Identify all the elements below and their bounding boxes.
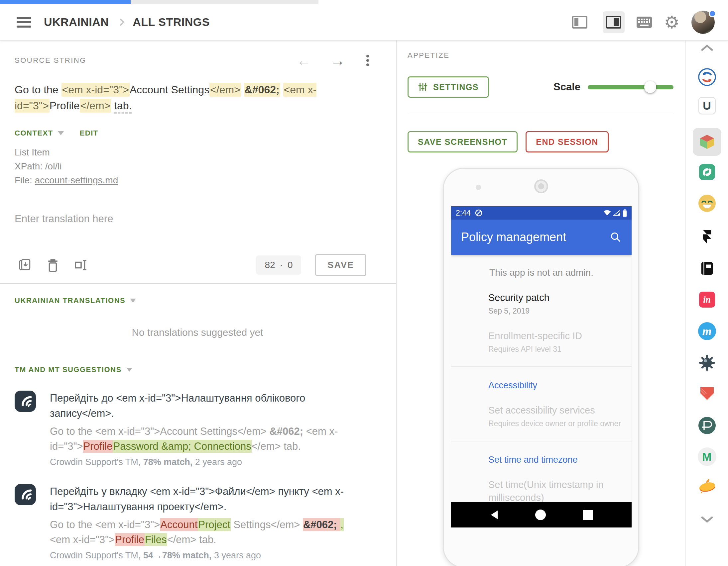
context-toggle[interactable]: CONTEXT xyxy=(15,129,53,138)
notebook-icon[interactable] xyxy=(699,261,715,276)
admin-note: This app is not an admin. xyxy=(451,268,632,278)
signal-icon xyxy=(613,210,620,216)
insert-placeholder-button[interactable] xyxy=(74,258,88,272)
translation-input[interactable]: Enter translation here xyxy=(15,213,380,225)
panel-right-icon xyxy=(606,16,621,29)
framer-icon[interactable] xyxy=(701,229,713,245)
back-button[interactable] xyxy=(490,510,498,520)
red-arrow-icon[interactable] xyxy=(699,386,715,400)
appetize-heading: APPETIZE xyxy=(408,51,673,60)
green-link-icon[interactable] xyxy=(699,164,715,180)
u-letter-icon[interactable]: U xyxy=(698,97,716,114)
tm-suggestion-1[interactable]: Перейдіть до <em x-id="3">Налаштування о… xyxy=(15,391,380,467)
chevron-up-icon[interactable] xyxy=(701,44,713,52)
source-string-text: Go to the <em x-id="3">Account Settings<… xyxy=(15,82,379,114)
gear-icon[interactable]: ⚙ xyxy=(664,14,679,31)
file-label: File: xyxy=(15,175,32,185)
scale-slider[interactable] xyxy=(588,85,673,89)
device-screen[interactable]: 2:44 Policy management This app is xyxy=(451,206,632,527)
suggestion-source-diff: Go to the <em x-id="3">Account Settings<… xyxy=(50,424,362,454)
menu-icon[interactable] xyxy=(17,15,31,30)
file-link[interactable]: account-settings.md xyxy=(35,175,118,185)
suggestion-meta: Crowdin Support's TM, 54→78% match, 3 ye… xyxy=(50,550,362,561)
breadcrumb-language[interactable]: UKRAINIAN xyxy=(44,16,109,29)
no-translations-message: No translations suggested yet xyxy=(15,327,380,338)
comfortable-view-button[interactable] xyxy=(603,11,625,33)
copy-source-icon xyxy=(18,258,32,272)
recents-button[interactable] xyxy=(583,510,593,520)
speaker-icon xyxy=(534,179,548,193)
section-time-timezone: Set time and timezone xyxy=(488,455,626,465)
translations-section-toggle[interactable]: UKRAINIAN TRANSLATIONS xyxy=(15,296,380,305)
more-options-button[interactable] xyxy=(364,53,371,68)
chevron-right-icon xyxy=(117,18,125,26)
medium-icon[interactable]: M xyxy=(698,447,716,466)
suggestion-translation: Перейдіть у вкладку <em x-id="3">Файли</… xyxy=(50,484,362,514)
progress-fill xyxy=(0,0,131,4)
cube-icon[interactable] xyxy=(699,134,715,150)
home-button[interactable] xyxy=(535,509,546,520)
p-circle-icon[interactable] xyxy=(698,416,716,435)
clear-translation-button[interactable] xyxy=(47,258,59,272)
android-nav-bar xyxy=(451,502,632,527)
list-item-security-patch[interactable]: Security patch Sep 5, 2019 xyxy=(488,291,626,316)
chevron-down-icon xyxy=(130,298,136,302)
next-string-button[interactable]: → xyxy=(330,53,345,68)
breadcrumb-file-filter[interactable]: ALL STRINGS xyxy=(133,16,210,29)
android-beta-icon xyxy=(475,209,483,217)
app-bar: Policy management xyxy=(451,220,632,255)
text-cursor-icon xyxy=(74,258,88,272)
invision-icon[interactable]: in xyxy=(699,291,715,307)
translation-editor-panel: SOURCE STRING ← → Go to the <em x-id="3"… xyxy=(0,41,397,566)
mine-icon[interactable] xyxy=(698,354,716,372)
tm-heading: TM AND MT SUGGESTIONS xyxy=(15,365,122,374)
end-session-button[interactable]: END SESSION xyxy=(526,131,608,153)
appetize-panel: APPETIZE SETTINGS Scale SAVE SCREENSHOT … xyxy=(397,41,685,566)
suggestion-translation: Перейдіть до <em x-id="3">Налаштування о… xyxy=(50,391,362,421)
save-screenshot-button[interactable]: SAVE SCREENSHOT xyxy=(408,131,518,153)
battery-icon xyxy=(623,209,627,217)
avatar[interactable] xyxy=(691,11,715,34)
scale-slider-thumb[interactable] xyxy=(644,81,656,93)
context-type: List Item xyxy=(15,146,380,160)
copy-source-button[interactable] xyxy=(18,258,32,272)
breadcrumb: UKRAINIAN ALL STRINGS xyxy=(44,16,210,29)
wifi-icon xyxy=(603,210,611,216)
save-button[interactable]: SAVE xyxy=(315,254,366,276)
search-icon[interactable] xyxy=(610,231,622,243)
crowdin-editor-window: UKRAINIAN ALL STRINGS ⚙ SOURCE STRING xyxy=(0,0,728,566)
translations-heading: UKRAINIAN TRANSLATIONS xyxy=(15,296,125,305)
status-bar: 2:44 xyxy=(451,206,632,220)
sync-icon[interactable] xyxy=(698,68,716,86)
chevron-down-icon[interactable] xyxy=(701,516,713,523)
top-bar: UKRAINIAN ALL STRINGS ⚙ xyxy=(0,0,728,41)
list-item-accessibility-services[interactable]: Set accessibility services Requires devi… xyxy=(488,404,626,429)
zeplin-icon[interactable] xyxy=(697,479,717,493)
crowdin-tm-icon xyxy=(15,391,36,412)
tm-section-toggle[interactable]: TM AND MT SUGGESTIONS xyxy=(15,365,380,374)
context-file: File: account-settings.md xyxy=(15,173,380,187)
marvel-icon[interactable]: m xyxy=(698,322,716,340)
smiley-icon[interactable] xyxy=(698,195,716,212)
list-item-enrollment-id[interactable]: Enrollment-specific ID Requires API leve… xyxy=(488,329,626,354)
source-string-heading: SOURCE STRING xyxy=(15,56,86,65)
device-emulator[interactable]: 2:44 Policy management This app is xyxy=(443,168,639,566)
tm-suggestion-2[interactable]: Перейдіть у вкладку <em x-id="3">Файли</… xyxy=(15,484,380,561)
trash-icon xyxy=(47,258,59,272)
side-by-side-view-button[interactable] xyxy=(569,11,591,33)
status-time: 2:44 xyxy=(456,209,471,218)
policy-list: This app is not an admin. Security patch… xyxy=(451,255,632,527)
char-counter: 82 · 0 xyxy=(256,256,301,275)
section-accessibility: Accessibility xyxy=(488,380,626,391)
sliders-icon xyxy=(418,82,428,92)
panel-left-icon xyxy=(572,16,587,29)
appetize-settings-button[interactable]: SETTINGS xyxy=(408,76,489,98)
keyboard-shortcuts-button[interactable] xyxy=(637,17,652,28)
scale-label: Scale xyxy=(553,81,580,93)
edit-context-button[interactable]: EDIT xyxy=(80,129,98,138)
previous-string-button[interactable]: ← xyxy=(297,53,311,68)
chevron-down-icon xyxy=(58,131,64,135)
app-title: Policy management xyxy=(461,230,566,244)
suggestion-source-diff: Go to the <em x-id="3">AccountProject Se… xyxy=(50,517,362,547)
suggestion-meta: Crowdin Support's TM, 78% match, 2 years… xyxy=(50,457,362,467)
